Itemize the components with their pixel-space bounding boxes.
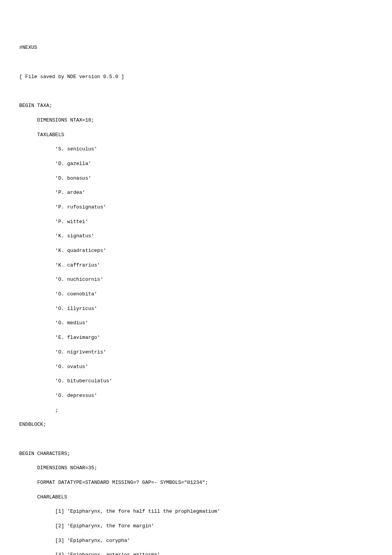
begin-taxa: BEGIN TAXA; <box>19 102 373 110</box>
taxlabel: 'O. illyricus' <box>19 305 373 313</box>
taxlabels-semicolon: ; <box>19 407 373 414</box>
taxlabel: 'S. seniculus' <box>19 146 373 153</box>
taxlabel: 'O. medius' <box>19 320 373 327</box>
blank-line <box>19 436 373 443</box>
taxlabel: 'K. signatus' <box>19 233 373 240</box>
taxlabel: 'K. caffrarius' <box>19 262 373 269</box>
begin-characters: BEGIN CHARACTERS; <box>19 450 373 458</box>
taxlabel: 'O. bituberculatus' <box>19 378 373 385</box>
taxlabel: 'D. gazella' <box>19 160 373 168</box>
taxa-dimensions: DIMENSIONS NTAX=18; <box>19 117 373 124</box>
charlabel: [3] 'Epipharynx, corypha' <box>19 537 373 545</box>
taxlabel: 'O. coenobita' <box>19 291 373 298</box>
taxlabel: 'K. quadraticeps' <box>19 247 373 255</box>
blank-line <box>19 88 373 95</box>
charlabel: [1] 'Epipharynx, the fore half till the … <box>19 508 373 515</box>
taxlabel: 'O. nuchicornis' <box>19 276 373 283</box>
taxlabel: 'D. bonasus' <box>19 175 373 182</box>
taxlabel: 'P. wittei' <box>19 218 373 226</box>
taxlabel: 'O. depressus' <box>19 392 373 400</box>
blank-line <box>19 59 373 66</box>
charlabel: [2] 'Epipharynx, the fore margin' <box>19 523 373 530</box>
taxlabel: 'P. ardea' <box>19 189 373 197</box>
taxlabel: 'E. flavimargo' <box>19 334 373 342</box>
nexus-header: #NEXUS <box>19 44 373 52</box>
charlabel: [4] 'Epipharynx, anterior epitorma' <box>19 552 373 555</box>
taxlabel: 'P. rufosignatus' <box>19 204 373 211</box>
taxlabels-keyword: TAXLABELS <box>19 132 373 139</box>
characters-dimensions: DIMENSIONS NCHAR=35; <box>19 465 373 472</box>
characters-format: FORMAT DATATYPE=STANDARD MISSING=? GAP=-… <box>19 479 373 487</box>
taxlabel: 'O. nigriventris' <box>19 349 373 356</box>
file-comment: [ File saved by NDE version 0.5.0 ] <box>19 73 373 81</box>
endblock: ENDBLOCK; <box>19 421 373 428</box>
charlabels-keyword: CHARLABELS <box>19 494 373 501</box>
taxlabel: 'O. ovatus' <box>19 363 373 371</box>
